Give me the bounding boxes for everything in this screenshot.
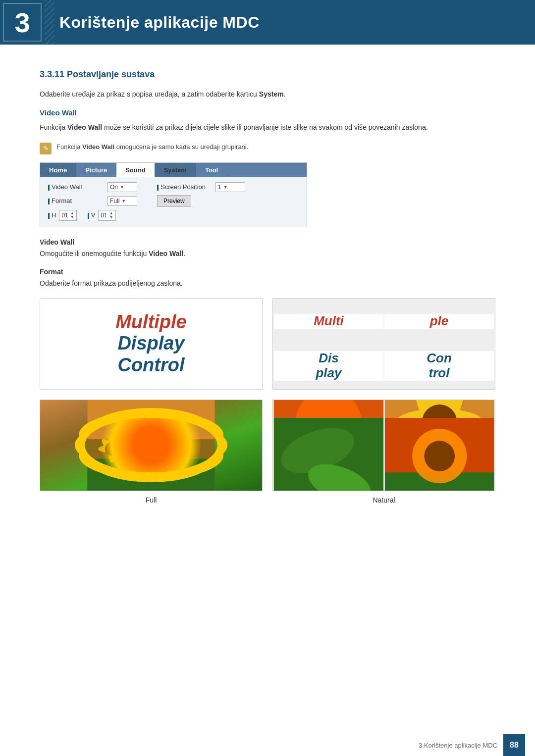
svg-rect-11 [149,451,153,475]
svg-point-3 [124,432,178,447]
mdc-text-logo-full: Multiple Display Control [115,311,187,376]
ui-label-h: H [48,211,56,219]
ui-row-videowall: Video Wall On ▼ Screen Position 1 ▼ [48,182,299,192]
note-box: Funkcija Video Wall omogućena je samo ka… [40,142,495,154]
desc-body-videowall: Omogućite ili onemogućite funkciju Video… [40,248,495,259]
preview-button[interactable]: Preview [157,195,191,207]
h-spin-arrows: ▲ ▼ [70,211,74,219]
svg-point-5 [131,412,171,466]
note-icon [40,143,52,154]
ui-preview-group: Preview [157,195,191,207]
ui-select-screen-pos[interactable]: 1 ▼ [215,182,245,192]
format-images-grid: Multiple Display Control Multi ple [40,298,495,504]
tab-tool[interactable]: Tool [196,163,227,177]
format-image-box-full-text: Multiple Display Control [40,298,263,390]
video-wall-heading: Video Wall [40,108,495,117]
svg-point-14 [108,435,116,462]
natural-cell-2: ple [384,314,494,329]
format-item-natural-flower: Natural [272,400,495,504]
format-item-full-text: Multiple Display Control [40,298,263,390]
ui-select-format[interactable]: Full ▼ [107,196,137,206]
svg-point-13 [100,436,124,461]
desc-label-videowall: Video Wall [40,238,495,246]
svg-rect-2 [87,400,214,439]
svg-point-9 [137,425,164,453]
chapter-title: Korištenje aplikacije MDC [45,13,260,32]
ui-row-format: Format Full ▼ Preview [48,195,299,207]
format-label-natural: Natural [373,496,395,504]
tab-sound[interactable]: Sound [116,163,155,177]
svg-point-8 [124,419,178,459]
v-group: V 01 ▲ ▼ [88,210,116,221]
natural-cell-flower-4 [385,418,494,491]
natural-cell-4: Con trol [384,351,494,381]
svg-point-4 [124,419,178,459]
desc-body-format: Odaberite format prikaza podijeljenog za… [40,278,495,289]
ui-label-v: V [88,211,96,219]
flower-image-full [40,400,262,491]
page-footer: 3 Korištenje aplikacije MDC 88 [0,734,535,756]
desc-section-videowall: Video Wall Omogućite ili onemogućite fun… [40,238,495,259]
dropdown-arrow-format: ▼ [121,199,126,203]
natural-cell-3: Dis play [274,351,383,381]
page-header: 3 Korištenje aplikacije MDC [0,0,535,45]
ui-panel: Home Picture Sound System Tool Video Wal… [40,162,307,227]
section-number: 3.3.11 [40,69,64,79]
mdc-line1: Multiple [115,311,187,333]
chapter-number: 3 [0,0,45,45]
format-item-natural-text: Multi ple Dis play Con [272,298,495,390]
note-text: Funkcija Video Wall omogućena je samo ka… [56,142,248,152]
section-title: Postavljanje sustava [67,69,155,79]
svg-point-15 [105,442,119,456]
v-spinner[interactable]: 01 ▲ ▼ [98,210,115,221]
ui-label-videowall: Video Wall [48,183,103,191]
h-spinner[interactable]: 01 ▲ ▼ [59,210,76,221]
svg-point-7 [131,412,171,466]
desc-label-format: Format [40,268,495,276]
bar-icon [48,185,50,191]
bar-icon2 [157,185,159,191]
format-image-box-full-flower [40,400,263,491]
bar-icon5 [88,213,89,219]
svg-point-10 [141,429,161,449]
format-item-full-flower: Full [40,400,263,504]
tab-picture[interactable]: Picture [76,163,116,177]
svg-point-12 [98,445,125,453]
ui-select-videowall[interactable]: On ▼ [107,182,137,192]
ui-label-screen-pos: Screen Position [157,183,212,191]
natural-cell-flower-3 [274,418,383,491]
desc-section-format: Format Odaberite format prikaza podijelj… [40,268,495,289]
ui-body: Video Wall On ▼ Screen Position 1 ▼ [40,177,307,227]
bar-icon3 [48,199,50,204]
svg-point-30 [424,441,455,471]
section-heading: 3.3.11 Postavljanje sustava [40,69,495,80]
flower-svg-full [40,400,262,491]
ui-label-format: Format [48,197,103,204]
ui-screen-position-group: Screen Position 1 ▼ [157,182,245,192]
v-spin-arrows: ▲ ▼ [109,211,113,219]
ui-row-hv: H 01 ▲ ▼ V 01 [48,210,299,221]
format-image-box-natural-flower [272,400,495,491]
mdc-line3: Control [115,354,187,376]
svg-point-6 [144,412,159,466]
tab-system[interactable]: System [155,163,196,177]
format-image-box-natural-text: Multi ple Dis play Con [272,298,495,390]
intro-bold: System [259,90,284,98]
natural-cell-1: Multi [274,314,383,329]
format-label-full: Full [146,496,157,504]
mdc-line2: Display [115,333,187,354]
tab-home[interactable]: Home [40,163,76,177]
ui-tabs: Home Picture Sound System Tool [40,163,307,177]
bar-icon4 [48,213,50,219]
dropdown-arrow-screen: ▼ [223,185,228,190]
main-content: 3.3.11 Postavljanje sustava Odaberite ur… [0,45,535,539]
footer-page-badge: 88 [503,734,525,756]
dropdown-arrow-videowall: ▼ [120,185,124,190]
footer-text: 3 Korištenje aplikacije MDC [419,742,497,749]
video-wall-description: Funkcija Video Wall može se koristiti za… [40,122,495,133]
h-group: H 01 ▲ ▼ [48,210,77,221]
intro-paragraph: Odaberite uređaje za prikaz s popisa ure… [40,89,495,100]
intro-text: Odaberite uređaje za prikaz s popisa ure… [40,90,257,98]
